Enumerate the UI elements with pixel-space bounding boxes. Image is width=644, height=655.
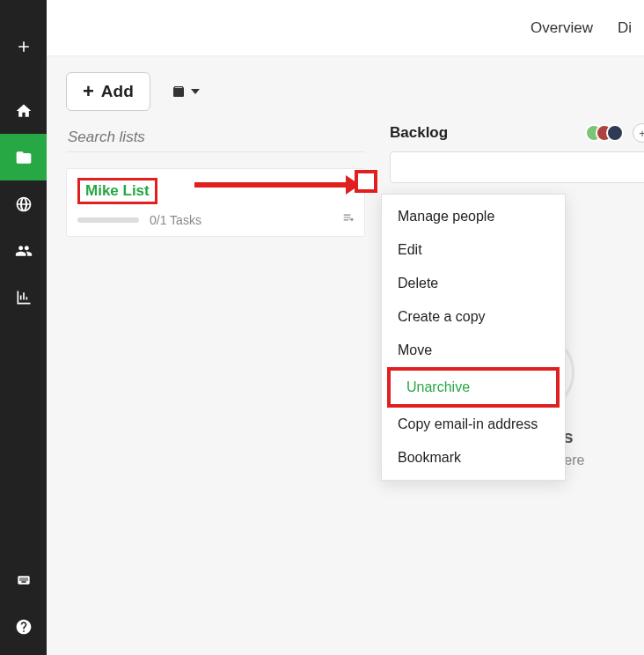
menu-manage-people[interactable]: Manage people — [382, 200, 565, 233]
main-area: Overview Di + Add Mike List 0/1 Tasks — [47, 0, 644, 655]
backlog-title: Backlog — [390, 124, 576, 142]
add-button[interactable]: + Add — [66, 72, 150, 111]
list-item[interactable]: Mike List 0/1 Tasks — [66, 168, 365, 237]
nav-overview[interactable]: Overview — [518, 19, 605, 37]
add-icon[interactable] — [0, 23, 47, 70]
list-panel: Mike List 0/1 Tasks — [66, 123, 365, 237]
toolbar: + Add — [66, 70, 200, 113]
annotation-arrow — [194, 182, 355, 188]
add-task-input[interactable] — [390, 151, 644, 183]
list-item-title: Mike List — [77, 178, 157, 204]
plus-icon: + — [83, 82, 94, 101]
home-icon[interactable] — [0, 87, 47, 134]
keyboard-icon[interactable] — [0, 556, 47, 603]
menu-copy-email[interactable]: Copy email-in address — [382, 408, 565, 441]
add-button-label: Add — [101, 82, 134, 101]
annotation-target — [355, 170, 377, 193]
progress-bar — [77, 217, 139, 223]
search-lists-input[interactable] — [66, 123, 365, 152]
chevron-down-icon — [191, 89, 200, 94]
nav-discussion[interactable]: Di — [605, 19, 644, 37]
help-icon[interactable] — [0, 603, 47, 650]
people-icon[interactable] — [0, 227, 47, 274]
menu-delete[interactable]: Delete — [382, 267, 565, 300]
menu-create-copy[interactable]: Create a copy — [382, 300, 565, 334]
menu-edit[interactable]: Edit — [382, 233, 565, 267]
avatar — [606, 124, 624, 142]
chart-icon[interactable] — [0, 274, 47, 320]
list-item-tasks: 0/1 Tasks — [150, 213, 201, 227]
backlog-header: Backlog + 0 — [390, 123, 644, 143]
menu-bookmark[interactable]: Bookmark — [382, 441, 565, 475]
list-context-menu: Manage people Edit Delete Create a copy … — [381, 194, 566, 481]
add-people-button[interactable]: + — [633, 123, 644, 143]
archive-dropdown[interactable] — [170, 85, 200, 99]
archive-icon — [170, 85, 187, 99]
list-options-icon[interactable] — [341, 211, 355, 227]
avatar-stack[interactable] — [585, 124, 624, 142]
globe-icon[interactable] — [0, 180, 47, 227]
side-rail — [0, 0, 47, 655]
menu-unarchive[interactable]: Unarchive — [387, 367, 560, 408]
folder-icon[interactable] — [0, 134, 47, 180]
menu-move[interactable]: Move — [382, 334, 565, 367]
top-nav: Overview Di — [47, 0, 644, 56]
